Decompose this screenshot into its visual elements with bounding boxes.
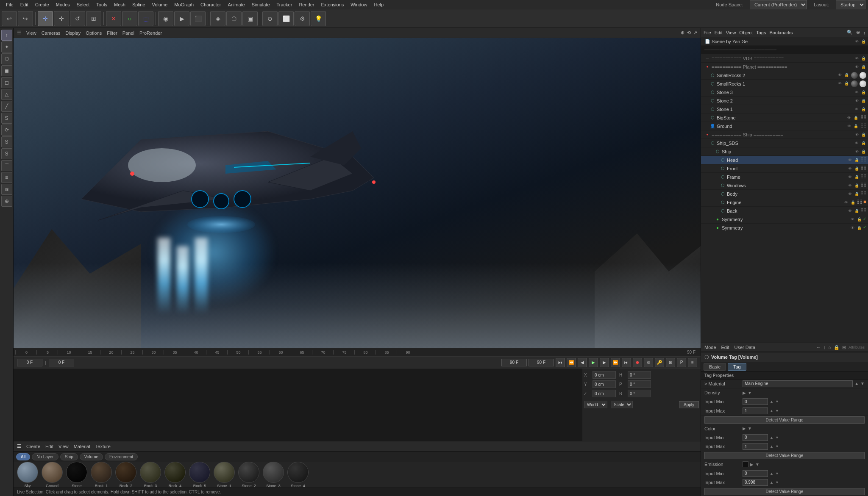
obj-body[interactable]: ⬡ Body 👁 🔒 ⣿⣿	[701, 190, 868, 198]
attr-emission-min-dn[interactable]: ▼	[775, 471, 779, 476]
attr-back-btn[interactable]: ←	[816, 345, 821, 350]
menu-tools[interactable]: Tools	[93, 2, 111, 7]
b-coord-input[interactable]	[628, 390, 651, 397]
menu-tracker[interactable]: Tracker	[273, 2, 296, 7]
menu-mograph[interactable]: MoGraph	[171, 2, 197, 7]
left-tool-9[interactable]: ⟳	[1, 125, 12, 136]
sds-vis[interactable]: 👁	[854, 140, 860, 146]
attr-tab-basic[interactable]: Basic	[704, 363, 726, 371]
mat-nav-texture[interactable]: Texture	[95, 444, 111, 449]
attr-emission-expand[interactable]: ▶	[750, 462, 754, 467]
attr-input-max-field[interactable]	[743, 407, 768, 414]
move-tool[interactable]: ✛	[54, 11, 69, 26]
attr-emission-min-field[interactable]	[743, 470, 768, 477]
menu-mesh[interactable]: Mesh	[111, 2, 129, 7]
apply-btn[interactable]: Apply	[679, 401, 699, 408]
rp-filter-icon[interactable]: ⊝	[856, 30, 860, 35]
detect-range-btn-3[interactable]: Detect Value Range	[704, 488, 865, 495]
left-tool-13[interactable]: ≡	[1, 172, 12, 183]
left-tool-14[interactable]: ≋	[1, 184, 12, 195]
sym2-lock[interactable]: 🔒	[856, 225, 862, 231]
rp-object[interactable]: Object	[739, 30, 753, 35]
menu-edit[interactable]: Edit	[17, 2, 32, 7]
sym2-vis[interactable]: 👁	[849, 225, 855, 231]
attr-input-max-up[interactable]: ▲	[770, 409, 773, 413]
frame-vis[interactable]: 👁	[847, 174, 853, 180]
left-tool-12[interactable]: ⌒	[1, 160, 12, 171]
obj-ground[interactable]: 👤 Ground 👁 🔒 ⣿⣿	[701, 122, 868, 130]
sr2-lock[interactable]: 🔒	[843, 72, 849, 78]
menu-simulate[interactable]: Simulate	[248, 2, 273, 7]
obj-front[interactable]: ⬡ Front 👁 🔒 ⣿⣿	[701, 164, 868, 173]
left-tool-3[interactable]: ⬡	[1, 53, 12, 64]
attr-user-data-btn[interactable]: User Data	[734, 345, 756, 350]
material-sky[interactable]: Sky	[17, 462, 38, 488]
viewport-nav-options[interactable]: Options	[86, 30, 102, 36]
attr-color-min-dn[interactable]: ▼	[775, 435, 779, 440]
obj-stone1[interactable]: ⬡ Stone 1 👁 🔒	[701, 105, 868, 114]
eng-lock[interactable]: 🔒	[850, 200, 856, 205]
viewport-nav-cameras[interactable]: Cameras	[42, 30, 61, 36]
attr-up-btn[interactable]: ↑	[823, 345, 826, 350]
attr-color-max-up[interactable]: ▲	[770, 444, 773, 449]
redo-button[interactable]: ↪	[18, 11, 33, 26]
left-tool-11[interactable]: S	[1, 148, 12, 159]
menu-render[interactable]: Render	[295, 2, 317, 7]
coord-system-select[interactable]: World Object	[584, 401, 607, 408]
obj-windows[interactable]: ⬡ Windows 👁 🔒 ⣿⣿	[701, 181, 868, 190]
rp-view[interactable]: View	[726, 30, 736, 35]
y-coord-input[interactable]	[593, 380, 616, 388]
light-btn[interactable]: 💡	[311, 11, 326, 26]
left-tool-10[interactable]: S	[1, 136, 12, 147]
undo-button[interactable]: ↩	[2, 11, 17, 26]
left-tool-15[interactable]: ⊕	[1, 196, 12, 207]
obj-back[interactable]: ⬡ Back 👁 🔒 ⣿⣿	[701, 207, 868, 215]
material-stone3[interactable]: Stone_3	[263, 462, 284, 488]
material-rock1[interactable]: Rock_1	[91, 462, 112, 488]
z-coord-input[interactable]	[593, 390, 616, 397]
sr2-vis[interactable]: 👁	[837, 72, 843, 78]
attr-material-input[interactable]	[743, 380, 853, 387]
attr-color-min-up[interactable]: ▲	[770, 435, 773, 440]
planet-vis[interactable]: 👁	[854, 64, 860, 70]
s3-vis[interactable]: 👁	[854, 89, 860, 95]
config-btn[interactable]: ⚙	[295, 11, 310, 26]
x-coord-input[interactable]	[593, 371, 616, 379]
s1-lock[interactable]: 🔒	[860, 106, 866, 112]
left-tool-1[interactable]: ↑	[1, 30, 12, 41]
rp-bookmarks[interactable]: Bookmarks	[769, 30, 793, 35]
body-vis[interactable]: 👁	[847, 191, 853, 197]
obj-smallrocks2[interactable]: ⬡ SmallRocks 2 👁 🔒	[701, 71, 868, 80]
attr-input-max-dn[interactable]: ▼	[775, 409, 779, 413]
rp-tags[interactable]: Tags	[756, 30, 766, 35]
vdb-lock[interactable]: 🔒	[860, 55, 866, 61]
h-coord-input[interactable]	[628, 371, 651, 379]
rp-search-icon[interactable]: 🔍	[847, 30, 853, 35]
side-btn[interactable]: ▣	[242, 11, 258, 26]
ship-lock[interactable]: 🔒	[860, 149, 866, 155]
sym1-vis[interactable]: 👁	[849, 216, 855, 222]
menu-animate[interactable]: Animate	[224, 2, 248, 7]
obj-bigstone[interactable]: ⬡ BigStone 👁 🔒 ⣿⣿	[701, 114, 868, 122]
sd-lock[interactable]: 🔒	[860, 132, 866, 138]
key-all-btn[interactable]: 🔑	[655, 358, 664, 367]
material-rock5[interactable]: Rock_5	[189, 462, 210, 488]
material-stone2[interactable]: Stone_2	[238, 462, 259, 488]
snap-btn[interactable]: ⊙	[262, 11, 278, 26]
filter-tab-nolayer[interactable]: No Layer	[32, 453, 58, 460]
filter-tab-ship[interactable]: Ship	[60, 453, 78, 460]
attr-material-arrow-dn[interactable]: ▼	[860, 381, 865, 386]
layout-select[interactable]: Startup	[836, 0, 865, 9]
material-stone4[interactable]: Stone_4	[287, 462, 309, 488]
obj-symmetry1[interactable]: ● Symmetry 👁 🔒 ✓	[701, 215, 868, 224]
attr-input-min-up[interactable]: ▲	[770, 399, 773, 404]
obj-scene[interactable]: 📄 Scene by Yan Ge 👁 🔒	[701, 37, 868, 46]
obj-smallrocks1[interactable]: ⬡ SmallRocks 1 👁 🔒	[701, 80, 868, 88]
sr1-vis[interactable]: 👁	[837, 80, 843, 86]
bs-lock[interactable]: 🔒	[853, 115, 859, 121]
attr-density-expand[interactable]: ▶	[743, 391, 746, 395]
attr-color-max-dn[interactable]: ▼	[775, 444, 779, 449]
menu-select[interactable]: Select	[73, 2, 93, 7]
viewport-nav-filter[interactable]: Filter	[107, 30, 117, 36]
sr1-lock[interactable]: 🔒	[843, 80, 849, 86]
